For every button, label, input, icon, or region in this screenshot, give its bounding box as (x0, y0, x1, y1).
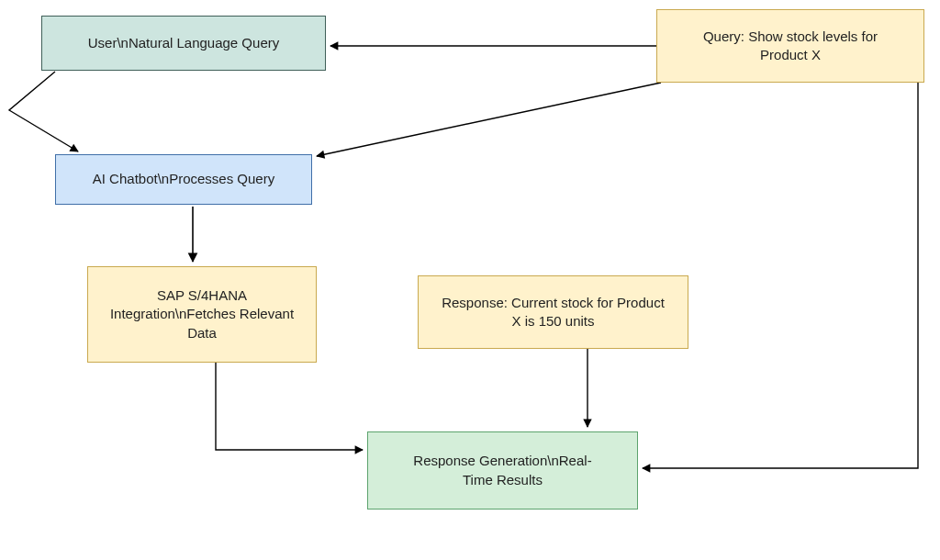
node-query-label: Query: Show stock levels for Product X (703, 28, 878, 65)
edge-sap-to-gen (216, 363, 363, 450)
node-query-example: Query: Show stock levels for Product X (656, 9, 924, 83)
node-gen-label: Response Generation\nReal- Time Results (413, 452, 591, 489)
node-chat-label: AI Chatbot\nProcesses Query (93, 170, 274, 188)
edge-user-to-chat (9, 72, 78, 151)
node-response-generation: Response Generation\nReal- Time Results (367, 431, 638, 510)
node-user: User\nNatural Language Query (41, 16, 326, 71)
node-response-example: Response: Current stock for Product X is… (418, 275, 688, 349)
node-ai-chatbot: AI Chatbot\nProcesses Query (55, 154, 312, 205)
node-resp-label: Response: Current stock for Product X is… (442, 294, 665, 331)
edge-query-to-chat (317, 83, 661, 156)
node-sap-label: SAP S/4HANA Integration\nFetches Relevan… (110, 286, 294, 342)
node-user-label: User\nNatural Language Query (88, 34, 279, 52)
node-sap-integration: SAP S/4HANA Integration\nFetches Relevan… (87, 266, 317, 363)
